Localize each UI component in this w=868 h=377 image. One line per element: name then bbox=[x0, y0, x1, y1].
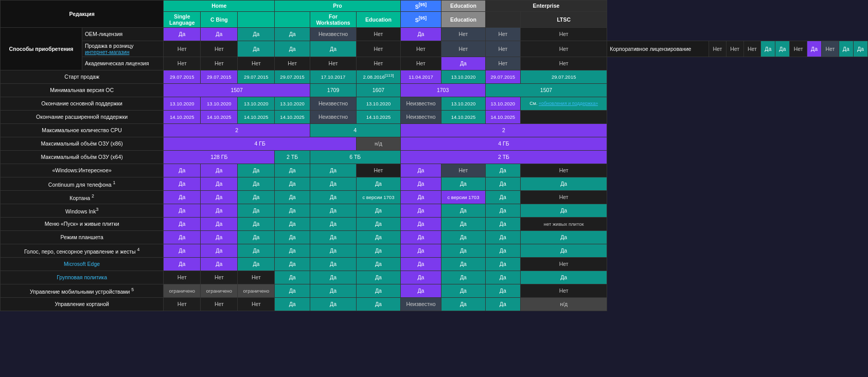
cell: Да bbox=[275, 284, 310, 297]
cell: Да bbox=[238, 164, 275, 177]
feature-corp: Корпоративное лицензирование bbox=[607, 41, 709, 57]
cell: 1507 bbox=[485, 83, 607, 97]
cell: Да bbox=[775, 41, 790, 57]
row-cortana: Кортана 2 Да Да Да Да Да с версии 1703 Д… bbox=[1, 190, 868, 204]
cell: Да bbox=[441, 297, 485, 311]
cell: Да bbox=[357, 204, 400, 217]
cell: Да bbox=[164, 27, 201, 41]
cell: Да bbox=[310, 41, 356, 57]
cell: 29.07.2015 bbox=[485, 70, 520, 83]
education-main-header: Education bbox=[441, 1, 485, 12]
cell: Неизвестно bbox=[310, 110, 356, 123]
cell: 1703 bbox=[400, 83, 485, 97]
feature-mdm: Управление мобильными устройствами 5 bbox=[1, 284, 164, 297]
cell: Да bbox=[357, 177, 400, 190]
cell: 13.10.2020 bbox=[441, 97, 485, 110]
cell: Да bbox=[164, 204, 201, 217]
subheader-s: S[95] bbox=[400, 11, 441, 27]
cell: Да bbox=[807, 41, 822, 57]
row-min-os: Минимальная версия ОС 1507 1709 1607 170… bbox=[1, 83, 868, 97]
cell: Да bbox=[521, 244, 607, 257]
subheader-enterprise-blank bbox=[485, 11, 520, 27]
cell: Нет bbox=[521, 27, 607, 41]
cell: Да bbox=[485, 204, 520, 217]
cell: Нет bbox=[521, 257, 607, 271]
cell: Да bbox=[357, 244, 400, 257]
cell: Да bbox=[275, 297, 310, 311]
cell: Нет bbox=[709, 41, 727, 57]
subheader-pro-education: Education bbox=[357, 11, 400, 27]
cell: Да bbox=[441, 230, 485, 244]
cell: 29.07.2015 bbox=[201, 70, 238, 83]
cell: Да bbox=[310, 190, 356, 204]
cell: Нет bbox=[238, 271, 275, 284]
cell: Да bbox=[310, 271, 356, 284]
cell: Да bbox=[357, 230, 400, 244]
subheader-education: Education bbox=[441, 11, 485, 27]
cell: Да bbox=[400, 204, 441, 217]
cell: Нет bbox=[357, 164, 400, 177]
cell: Да bbox=[275, 177, 310, 190]
cell: Нет bbox=[485, 27, 520, 41]
feature-oem: ОЕМ-лицензия bbox=[82, 27, 163, 41]
feature-start-sales: Старт продаж bbox=[1, 70, 164, 83]
cell: Да bbox=[441, 257, 485, 271]
subheader-c-bing: C Bing bbox=[201, 11, 238, 27]
cell: Нет bbox=[743, 41, 761, 57]
cell: 14.10.2025 bbox=[201, 110, 238, 123]
cell: 13.10.2020 bbox=[238, 97, 275, 110]
row-max-cpu: Максимальное количество CPU 2 4 2 bbox=[1, 123, 868, 137]
cell: 17.10.2017 bbox=[310, 70, 356, 83]
feature-main-support: Окончание основной поддержки bbox=[1, 97, 164, 110]
cell: Да bbox=[521, 177, 607, 190]
cell: 14.10.2025 bbox=[357, 110, 400, 123]
subheader-pro-blank bbox=[275, 11, 310, 27]
row-group-policy: Групповая политика Нет Нет Нет Да Да Да … bbox=[1, 271, 868, 284]
cell: 29.07.2015 bbox=[521, 70, 607, 83]
subheader-single-language: SingleLanguage bbox=[164, 11, 201, 27]
cell: Да bbox=[238, 190, 275, 204]
cell: Да bbox=[400, 217, 441, 230]
row-tablet-mode: Режим планшета Да Да Да Да Да Да Да Да Д… bbox=[1, 230, 868, 244]
cell: Да bbox=[201, 230, 238, 244]
cell: 13.10.2020 bbox=[485, 97, 520, 110]
cell: Да bbox=[275, 41, 310, 57]
group-ways: Способы приобретения bbox=[1, 27, 82, 70]
cell: Да bbox=[238, 204, 275, 217]
cell: Нет bbox=[238, 297, 275, 311]
cell: Да bbox=[485, 230, 520, 244]
cell: Да bbox=[201, 190, 238, 204]
cell: Нет bbox=[521, 57, 607, 70]
cell: Да bbox=[441, 204, 485, 217]
cell: Да bbox=[164, 257, 201, 271]
cell: Да bbox=[400, 244, 441, 257]
cell: Да bbox=[238, 177, 275, 190]
feature-max-ram-x64: Максимальный объём ОЗУ (х64) bbox=[1, 150, 164, 164]
cell: Нет bbox=[238, 57, 275, 70]
cell: Нет bbox=[357, 41, 400, 57]
cell: Да bbox=[441, 244, 485, 257]
cell: Да bbox=[400, 27, 441, 41]
row-start-sales: Старт продаж 29.07.2015 29.07.2015 29.07… bbox=[1, 70, 868, 83]
cell: Да bbox=[164, 190, 201, 204]
cell: Да bbox=[441, 284, 485, 297]
s-header: S[95] bbox=[400, 1, 441, 12]
cell: Нет bbox=[521, 164, 607, 177]
cell: Да bbox=[275, 230, 310, 244]
cell: Да bbox=[201, 244, 238, 257]
cell: Да bbox=[201, 204, 238, 217]
row-max-ram-x86: Максимальный объём ОЗУ (х86) 4 ГБ н/д 4 … bbox=[1, 137, 868, 150]
cell: Да bbox=[201, 177, 238, 190]
cell: Да bbox=[238, 41, 275, 57]
feature-academic: Академическая лицензия bbox=[82, 57, 163, 70]
cell: Да bbox=[238, 244, 275, 257]
cell: Да bbox=[485, 190, 520, 204]
feature-retail: Продажа в розницуинтернет-магазин bbox=[82, 41, 163, 57]
row-max-ram-x64: Максимальный объём ОЗУ (х64) 128 ГБ 2 ТБ… bbox=[1, 150, 868, 164]
feature-edge: Microsoft Edge bbox=[1, 257, 164, 271]
s-sup: [95] bbox=[419, 2, 427, 7]
cell: Да bbox=[238, 230, 275, 244]
cell: Да bbox=[310, 164, 356, 177]
subheader-ltsc: LTSC bbox=[521, 11, 607, 27]
cell: 14.10.2025 bbox=[485, 110, 520, 123]
